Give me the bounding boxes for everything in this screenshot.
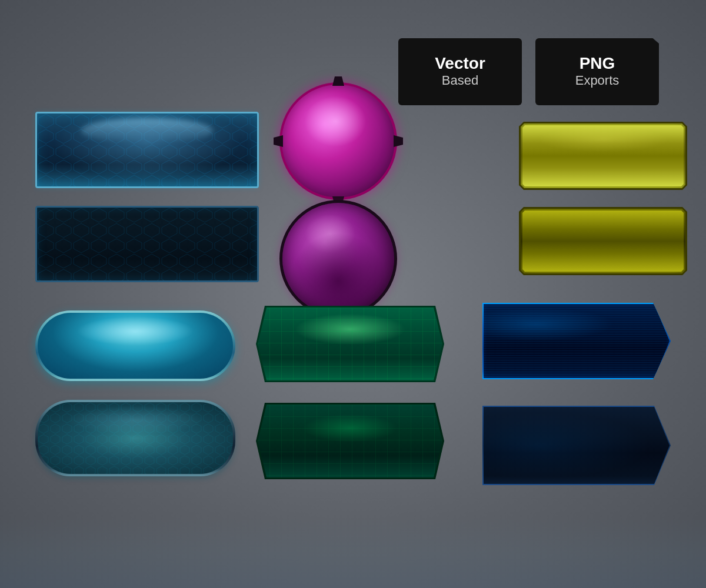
teal-pill-dark-button[interactable] <box>35 400 235 476</box>
blue-rect-dark-button[interactable] <box>35 206 259 282</box>
main-canvas: Vector Based PNG Exports <box>0 0 706 588</box>
green-hex-active-button[interactable] <box>256 306 444 382</box>
floor-reflection <box>0 517 706 588</box>
blue-arrow-active-button[interactable] <box>482 303 671 379</box>
purple-orb-active-button[interactable] <box>279 82 397 200</box>
vector-badge: Vector Based <box>398 38 522 105</box>
teal-pill-active-button[interactable] <box>35 310 235 381</box>
png-badge-main: PNG <box>580 55 615 73</box>
vector-badge-main: Vector <box>435 55 485 73</box>
png-badge: PNG Exports <box>535 38 659 105</box>
purple-orb-dark-button[interactable] <box>279 200 397 318</box>
gold-active-button[interactable] <box>521 123 685 188</box>
gold-dark-button[interactable] <box>521 209 685 273</box>
green-hex-dark-button[interactable] <box>256 403 444 479</box>
blue-rect-active-button[interactable] <box>35 112 259 188</box>
vector-badge-sub: Based <box>442 73 478 88</box>
png-badge-sub: Exports <box>575 73 620 88</box>
blue-arrow-dark-button[interactable] <box>482 406 671 485</box>
